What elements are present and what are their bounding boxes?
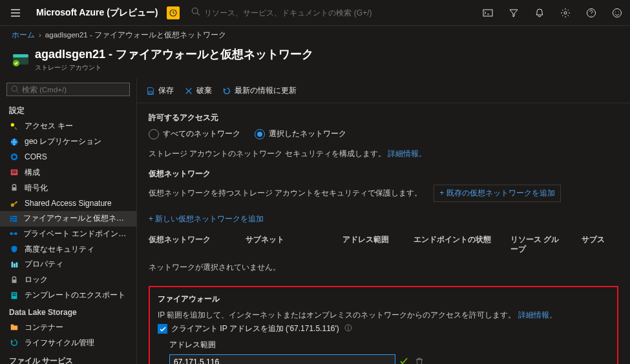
page-title: agadlsgen21 - ファイアウォールと仮想ネットワーク (35, 46, 313, 62)
sidebar-item-configuration[interactable]: 構成 (0, 165, 136, 180)
sidebar-item-private-endpoint[interactable]: プライベート エンドポイント接続... (0, 227, 136, 242)
add-existing-vnet-link[interactable]: + 既存の仮想ネットワークを追加 (434, 185, 560, 202)
sidebar-section-settings: 設定 (0, 100, 136, 119)
col-state: エンドポイントの状態 (414, 235, 491, 254)
sidebar: 設定 アクセス キー geo レプリケーション CORS 構成 暗号化 Shar… (0, 79, 137, 364)
svg-rect-17 (12, 187, 17, 190)
sidebar-item-firewall[interactable]: ファイアウォールと仮想ネットワーク (0, 211, 136, 227)
vnet-empty: ネットワークが選択されていません。 (149, 258, 618, 282)
svg-rect-30 (11, 325, 14, 327)
sidebar-search[interactable] (6, 83, 130, 96)
sidebar-item-lifecycle[interactable]: ライフサイクル管理 (0, 335, 136, 350)
notifications-icon[interactable] (527, 0, 552, 26)
col-subnet: サブネット (246, 235, 323, 254)
sidebar-item-cors[interactable]: CORS (0, 150, 136, 165)
sidebar-section-files: ファイル サービス (0, 350, 136, 364)
breadcrumb-current: agadlsgen21 - ファイアウォールと仮想ネットワーク (45, 30, 226, 40)
filter-icon[interactable] (501, 0, 527, 26)
svg-rect-25 (12, 279, 17, 283)
radio-all-networks[interactable]: すべてのネットワーク (149, 128, 240, 139)
sidebar-item-properties[interactable]: プロパティ (0, 257, 136, 272)
firewall-more-link[interactable]: 詳細情報。 (518, 310, 557, 319)
sidebar-item-advanced-security[interactable]: 高度なセキュリティ (0, 241, 136, 257)
address-range-input[interactable] (169, 354, 395, 364)
page-subtitle: ストレージ アカウント (35, 63, 313, 72)
help-icon[interactable] (578, 0, 604, 26)
firewall-icon (9, 214, 18, 224)
global-search-input[interactable] (204, 8, 475, 17)
discard-button[interactable]: 破棄 (184, 85, 212, 96)
sidebar-item-encryption[interactable]: 暗号化 (0, 180, 136, 196)
sidebar-section-dls: Data Lake Storage (0, 303, 136, 319)
content-toolbar: 保存 破棄 最新の情報に更新 (137, 79, 630, 103)
main-content: 保存 破棄 最新の情報に更新 許可するアクセス元 すべてのネットワーク 選択した… (137, 79, 630, 364)
svg-rect-23 (14, 263, 16, 267)
hamburger-menu[interactable] (0, 0, 31, 26)
sidebar-item-containers[interactable]: コンテナー (0, 319, 136, 335)
vnet-heading: 仮想ネットワーク (149, 168, 618, 179)
svg-rect-24 (16, 262, 18, 267)
svg-point-1 (193, 8, 198, 14)
info-icon[interactable] (344, 324, 352, 334)
save-button[interactable]: 保存 (146, 85, 174, 96)
breadcrumb-home[interactable]: ホーム (12, 30, 35, 40)
properties-icon (9, 259, 19, 270)
access-desc: ストレージ アカウントのネットワーク セキュリティを構成します。 詳細情報。 (149, 148, 618, 159)
config-icon (9, 167, 19, 177)
key-icon (9, 121, 19, 132)
sidebar-item-sas[interactable]: Shared Access Signature (0, 196, 136, 211)
vnet-actions: 仮想ネットワークを持つストレージ アカウントをセキュリティで保護します。 + 既… (149, 185, 618, 225)
svg-point-9 (12, 86, 17, 91)
access-more-link[interactable]: 詳細情報。 (388, 149, 426, 158)
radio-selected-networks[interactable]: 選択したネットワーク (255, 128, 346, 139)
col-rg: リソース グループ (510, 235, 562, 254)
topbar-actions (475, 0, 630, 26)
preview-badge-icon (167, 6, 180, 19)
svg-point-3 (564, 12, 567, 14)
lock-icon (9, 183, 19, 193)
feedback-icon[interactable] (604, 0, 630, 26)
endpoint-icon (9, 228, 18, 239)
storage-account-icon (12, 50, 30, 68)
address-range-label: アドレス範囲 (169, 339, 609, 350)
template-icon (9, 290, 19, 301)
firewall-highlight-box: ファイアウォール IP 範囲を追加して、インターネットまたはオンプレミスのネット… (149, 286, 618, 364)
search-icon (191, 7, 200, 18)
refresh-button[interactable]: 最新の情報に更新 (222, 85, 297, 96)
address-range-row (169, 354, 609, 364)
breadcrumb: ホーム › agadlsgen21 - ファイアウォールと仮想ネットワーク (0, 26, 630, 44)
svg-point-5 (613, 8, 622, 17)
svg-rect-27 (12, 293, 16, 294)
globe-icon (9, 137, 19, 147)
sidebar-item-geo-replication[interactable]: geo レプリケーション (0, 134, 136, 150)
sidebar-item-lock[interactable]: ロック (0, 272, 136, 288)
add-new-vnet-link[interactable]: + 新しい仮想ネットワークを追加 (149, 214, 264, 225)
page-title-row: agadlsgen21 - ファイアウォールと仮想ネットワーク ストレージ アカ… (0, 44, 630, 79)
svg-rect-28 (12, 295, 16, 296)
client-ip-row: クライアント IP アドレスを追加 ('67.171.5.116') (158, 323, 609, 334)
shield-icon (9, 244, 19, 254)
svg-rect-2 (483, 10, 492, 16)
vnet-desc: 仮想ネットワークを持つストレージ アカウントをセキュリティで保護します。 (149, 188, 422, 199)
svg-rect-16 (12, 172, 17, 173)
sas-icon (9, 198, 19, 208)
global-search[interactable] (187, 7, 475, 18)
sidebar-search-input[interactable] (22, 86, 125, 94)
brand-text: Microsoft Azure (プレビュー) (31, 7, 163, 19)
cloud-shell-icon[interactable] (475, 0, 501, 26)
sidebar-item-export-template[interactable]: テンプレートのエクスポート (0, 288, 136, 303)
padlock-icon (9, 275, 19, 285)
cors-icon (9, 152, 19, 162)
firewall-desc: IP 範囲を追加して、インターネットまたはオンプレミスのネットワークからのアクセ… (158, 310, 609, 321)
access-heading: 許可するアクセス元 (149, 112, 618, 123)
svg-point-13 (12, 156, 16, 159)
delete-icon[interactable] (415, 357, 424, 365)
svg-rect-22 (12, 262, 14, 268)
svg-rect-19 (10, 216, 17, 221)
vnet-table-header: 仮想ネットワーク サブネット アドレス範囲 エンドポイントの状態 リソース グル… (149, 231, 618, 258)
sidebar-item-access-keys[interactable]: アクセス キー (0, 119, 136, 134)
settings-icon[interactable] (552, 0, 578, 26)
client-ip-checkbox[interactable] (158, 324, 167, 334)
client-ip-label: クライアント IP アドレスを追加 ('67.171.5.116') (171, 323, 339, 334)
valid-check-icon (399, 357, 411, 365)
